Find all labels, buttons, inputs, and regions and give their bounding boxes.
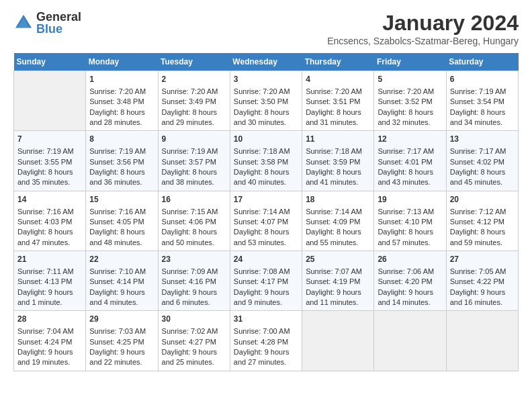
calendar-cell: 20 Sunrise: 7:12 AM Sunset: 4:12 PM Dayl…	[446, 191, 518, 250]
sunset-text: Sunset: 4:20 PM	[378, 277, 432, 285]
sunset-text: Sunset: 4:09 PM	[306, 218, 360, 226]
sunrise-text: Sunrise: 7:00 AM	[234, 327, 290, 335]
sunset-text: Sunset: 4:25 PM	[89, 338, 144, 346]
sunset-text: Sunset: 4:12 PM	[450, 218, 504, 226]
calendar-table: SundayMondayTuesdayWednesdayThursdayFrid…	[13, 53, 519, 371]
day-number: 20	[450, 194, 515, 205]
sunrise-text: Sunrise: 7:13 AM	[378, 208, 434, 216]
day-number: 24	[234, 254, 298, 265]
daylight-text: Daylight: 8 hours and 45 minutes.	[450, 168, 506, 186]
month-year-title: January 2024	[327, 11, 519, 36]
calendar-cell: 16 Sunrise: 7:15 AM Sunset: 4:06 PM Dayl…	[158, 191, 230, 250]
calendar-cell: 25 Sunrise: 7:07 AM Sunset: 4:19 PM Dayl…	[302, 251, 374, 311]
sunrise-text: Sunrise: 7:19 AM	[17, 147, 74, 155]
calendar-cell: 30 Sunrise: 7:02 AM Sunset: 4:27 PM Dayl…	[158, 311, 230, 371]
logo-blue: Blue	[36, 23, 81, 35]
sunset-text: Sunset: 4:16 PM	[162, 277, 216, 285]
daylight-text: Daylight: 8 hours and 29 minutes.	[162, 108, 218, 126]
day-number: 7	[17, 134, 82, 145]
sunset-text: Sunset: 4:17 PM	[234, 277, 288, 285]
calendar-cell: 24 Sunrise: 7:08 AM Sunset: 4:17 PM Dayl…	[230, 251, 302, 311]
sunset-text: Sunset: 4:27 PM	[162, 338, 216, 346]
calendar-cell: 6 Sunrise: 7:19 AM Sunset: 3:54 PM Dayli…	[446, 71, 518, 131]
daylight-text: Daylight: 8 hours and 34 minutes.	[450, 108, 506, 126]
calendar-cell: 28 Sunrise: 7:04 AM Sunset: 4:24 PM Dayl…	[14, 311, 86, 371]
sunrise-text: Sunrise: 7:20 AM	[162, 87, 218, 95]
daylight-text: Daylight: 9 hours and 25 minutes.	[162, 348, 218, 366]
calendar-cell: 4 Sunrise: 7:20 AM Sunset: 3:51 PM Dayli…	[302, 71, 374, 131]
weekday-header-tuesday: Tuesday	[158, 53, 230, 71]
daylight-text: Daylight: 8 hours and 32 minutes.	[378, 108, 433, 126]
calendar-cell: 31 Sunrise: 7:00 AM Sunset: 4:28 PM Dayl…	[230, 311, 302, 371]
sunrise-text: Sunrise: 7:20 AM	[89, 87, 146, 95]
sunrise-text: Sunrise: 7:16 AM	[89, 208, 146, 216]
location-subtitle: Encsencs, Szabolcs-Szatmar-Bereg, Hungar…	[327, 36, 519, 46]
sunset-text: Sunset: 3:54 PM	[450, 97, 504, 105]
day-number: 22	[89, 254, 154, 265]
calendar-cell	[374, 311, 446, 371]
sunrise-text: Sunrise: 7:17 AM	[378, 147, 434, 155]
calendar-cell: 15 Sunrise: 7:16 AM Sunset: 4:05 PM Dayl…	[86, 191, 158, 250]
daylight-text: Daylight: 8 hours and 50 minutes.	[162, 228, 218, 246]
day-number: 23	[162, 254, 226, 265]
daylight-text: Daylight: 8 hours and 55 minutes.	[306, 228, 361, 246]
daylight-text: Daylight: 8 hours and 40 minutes.	[234, 168, 290, 186]
day-number: 28	[17, 314, 82, 325]
sunset-text: Sunset: 4:10 PM	[378, 218, 432, 226]
sunrise-text: Sunrise: 7:18 AM	[306, 147, 362, 155]
sunset-text: Sunset: 3:48 PM	[89, 97, 144, 105]
daylight-text: Daylight: 8 hours and 30 minutes.	[234, 108, 290, 126]
calendar-cell: 2 Sunrise: 7:20 AM Sunset: 3:49 PM Dayli…	[158, 71, 230, 131]
calendar-cell: 3 Sunrise: 7:20 AM Sunset: 3:50 PM Dayli…	[230, 71, 302, 131]
sunset-text: Sunset: 3:55 PM	[17, 158, 72, 166]
sunset-text: Sunset: 3:57 PM	[162, 158, 216, 166]
day-number: 10	[234, 134, 298, 145]
weekday-header-monday: Monday	[86, 53, 158, 71]
sunrise-text: Sunrise: 7:20 AM	[378, 87, 434, 95]
sunset-text: Sunset: 4:14 PM	[89, 277, 144, 285]
day-number: 31	[234, 314, 298, 325]
weekday-header-friday: Friday	[374, 53, 446, 71]
sunset-text: Sunset: 3:58 PM	[234, 158, 288, 166]
day-number: 30	[162, 314, 226, 325]
calendar-cell: 12 Sunrise: 7:17 AM Sunset: 4:01 PM Dayl…	[374, 131, 446, 191]
calendar-cell: 22 Sunrise: 7:10 AM Sunset: 4:14 PM Dayl…	[86, 251, 158, 311]
day-number: 26	[378, 254, 442, 265]
page-header: General Blue January 2024 Encsencs, Szab…	[13, 11, 519, 46]
sunrise-text: Sunrise: 7:16 AM	[17, 208, 74, 216]
day-number: 1	[89, 74, 154, 85]
sunset-text: Sunset: 4:22 PM	[450, 277, 504, 285]
calendar-cell: 11 Sunrise: 7:18 AM Sunset: 3:59 PM Dayl…	[302, 131, 374, 191]
calendar-cell: 21 Sunrise: 7:11 AM Sunset: 4:13 PM Dayl…	[14, 251, 86, 311]
daylight-text: Daylight: 9 hours and 6 minutes.	[162, 288, 218, 306]
daylight-text: Daylight: 9 hours and 19 minutes.	[17, 348, 73, 366]
sunset-text: Sunset: 3:49 PM	[162, 97, 216, 105]
calendar-cell: 18 Sunrise: 7:14 AM Sunset: 4:09 PM Dayl…	[302, 191, 374, 250]
sunrise-text: Sunrise: 7:19 AM	[89, 147, 146, 155]
sunset-text: Sunset: 4:28 PM	[234, 338, 288, 346]
sunrise-text: Sunrise: 7:15 AM	[162, 208, 218, 216]
sunset-text: Sunset: 4:06 PM	[162, 218, 216, 226]
day-number: 8	[89, 134, 154, 145]
sunrise-text: Sunrise: 7:20 AM	[234, 87, 290, 95]
calendar-cell: 9 Sunrise: 7:19 AM Sunset: 3:57 PM Dayli…	[158, 131, 230, 191]
daylight-text: Daylight: 9 hours and 16 minutes.	[450, 288, 506, 306]
daylight-text: Daylight: 8 hours and 57 minutes.	[378, 228, 433, 246]
week-row-4: 21 Sunrise: 7:11 AM Sunset: 4:13 PM Dayl…	[14, 251, 519, 311]
sunrise-text: Sunrise: 7:14 AM	[306, 208, 362, 216]
daylight-text: Daylight: 8 hours and 31 minutes.	[306, 108, 361, 126]
daylight-text: Daylight: 8 hours and 36 minutes.	[89, 168, 145, 186]
week-row-2: 7 Sunrise: 7:19 AM Sunset: 3:55 PM Dayli…	[14, 131, 519, 191]
sunset-text: Sunset: 3:56 PM	[89, 158, 144, 166]
sunrise-text: Sunrise: 7:19 AM	[450, 87, 506, 95]
sunrise-text: Sunrise: 7:10 AM	[89, 267, 146, 275]
day-number: 2	[162, 74, 226, 85]
daylight-text: Daylight: 8 hours and 47 minutes.	[17, 228, 73, 246]
logo-general: General	[36, 11, 81, 23]
daylight-text: Daylight: 9 hours and 9 minutes.	[234, 288, 290, 306]
sunset-text: Sunset: 3:59 PM	[306, 158, 360, 166]
sunrise-text: Sunrise: 7:14 AM	[234, 208, 290, 216]
logo-icon	[13, 13, 34, 33]
day-number: 17	[234, 194, 298, 205]
day-number: 9	[162, 134, 226, 145]
